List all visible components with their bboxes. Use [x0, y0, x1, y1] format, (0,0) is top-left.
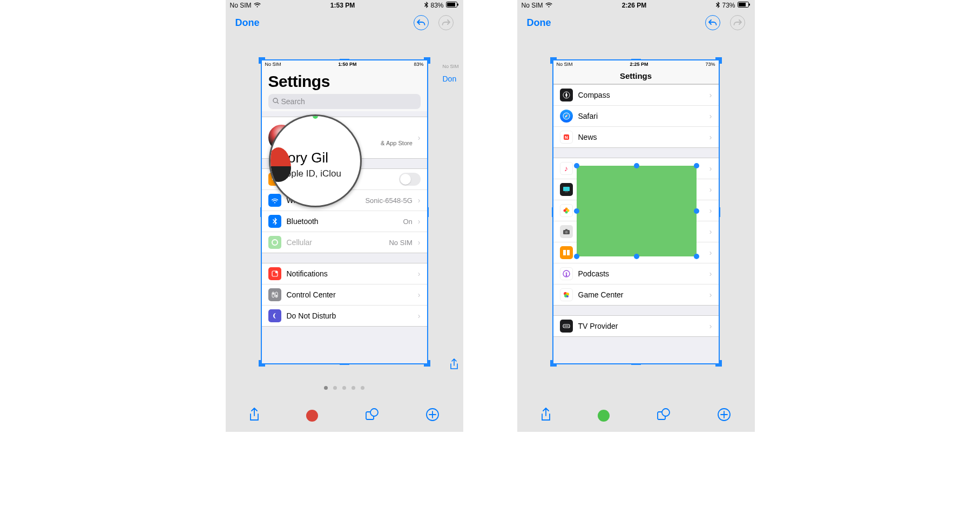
- chevron-icon: ›: [709, 290, 712, 299]
- shape-tool-button[interactable]: [657, 408, 671, 424]
- inner-battery: 83%: [414, 62, 423, 67]
- rectangle-annotation[interactable]: [577, 166, 697, 256]
- page-dot: [342, 386, 346, 390]
- bluetooth-row[interactable]: Bluetooth On ›: [262, 211, 427, 232]
- cellular-row[interactable]: Cellular No SIM ›: [262, 232, 427, 253]
- crop-frame[interactable]: No SIM 1:50 PM 83% Settings Search: [261, 59, 428, 364]
- crop-frame[interactable]: No SIM 2:25 PM 73% Settings Compass ›: [552, 59, 720, 364]
- shape-handle[interactable]: [694, 163, 699, 168]
- share-button[interactable]: [249, 408, 260, 424]
- inner-carrier: No SIM: [265, 62, 281, 67]
- compass-row[interactable]: Compass ›: [553, 85, 719, 106]
- safari-icon: [560, 110, 573, 123]
- dnd-row[interactable]: Do Not Disturb ›: [262, 306, 427, 326]
- cellular-value: No SIM: [389, 239, 412, 247]
- game-center-icon: [560, 288, 573, 301]
- apps-section-a: Compass › Safari › N News: [553, 84, 719, 148]
- battery-label: 73%: [722, 2, 735, 9]
- music-icon: ♪: [560, 162, 573, 175]
- control-center-label: Control Center: [287, 290, 413, 299]
- game-center-row[interactable]: Game Center ›: [553, 284, 719, 305]
- carrier-label: No SIM: [230, 2, 252, 9]
- settings-title: Settings: [268, 72, 421, 91]
- redo-button: [730, 15, 745, 30]
- battery-icon: [738, 2, 751, 9]
- svg-point-32: [565, 273, 567, 274]
- carrier-label: No SIM: [522, 2, 543, 9]
- wifi-icon: [268, 194, 281, 207]
- canvas-area[interactable]: No SIM 2:25 PM 73% Settings Compass ›: [517, 59, 755, 378]
- notifications-row[interactable]: Notifications ›: [262, 263, 427, 284]
- shape-handle[interactable]: [634, 254, 639, 259]
- inner-battery: 73%: [705, 62, 715, 67]
- svg-line-4: [277, 102, 279, 104]
- done-button[interactable]: Done: [235, 17, 260, 29]
- news-label: News: [578, 133, 704, 141]
- page-indicator: [226, 386, 463, 390]
- search-placeholder: Search: [281, 97, 305, 106]
- color-picker-button[interactable]: [306, 410, 318, 422]
- magnified-sub: Apple ID, iClou: [280, 168, 355, 179]
- airplane-toggle[interactable]: [399, 173, 421, 186]
- shape-tool-button[interactable]: [365, 408, 379, 424]
- chevron-icon: ›: [709, 248, 712, 257]
- game-center-label: Game Center: [578, 290, 704, 299]
- news-icon: N: [560, 131, 573, 144]
- inner-time: 1:50 PM: [338, 62, 356, 67]
- add-button[interactable]: [425, 408, 440, 424]
- shape-handle[interactable]: [634, 163, 639, 168]
- canvas-area[interactable]: No SIM Don No SIM 1:50 PM 83% Settings: [226, 59, 463, 378]
- svg-point-38: [662, 409, 670, 416]
- podcasts-row[interactable]: Podcasts ›: [553, 263, 719, 284]
- chevron-icon: ›: [709, 269, 712, 278]
- cellular-label: Cellular: [287, 238, 384, 247]
- svg-rect-15: [739, 3, 746, 6]
- done-button[interactable]: Done: [527, 17, 551, 29]
- svg-point-36: [566, 295, 569, 297]
- inner-status-bar: No SIM 1:50 PM 83%: [262, 60, 427, 68]
- chevron-icon: ›: [418, 238, 421, 247]
- shape-handle[interactable]: [574, 208, 579, 214]
- add-button[interactable]: [717, 408, 731, 424]
- share-button[interactable]: [540, 408, 551, 424]
- control-center-row[interactable]: Control Center ›: [262, 284, 427, 306]
- chevron-icon: ›: [709, 91, 712, 99]
- safari-row[interactable]: Safari ›: [553, 106, 719, 127]
- right-phone: No SIM 2:26 PM 73% Done: [517, 0, 755, 432]
- shape-handle[interactable]: [694, 254, 699, 259]
- camera-icon: [560, 225, 573, 238]
- general-section: Notifications › Control Center ›: [262, 263, 427, 327]
- ghost-carrier: No SIM: [443, 64, 463, 69]
- bluetooth-icon: [716, 2, 720, 10]
- outer-time: 1:53 PM: [330, 2, 355, 9]
- shape-handle[interactable]: [574, 163, 579, 168]
- selection-handle-top[interactable]: [313, 114, 318, 119]
- settings-header: Settings Search: [262, 68, 427, 111]
- chevron-icon: ›: [418, 269, 421, 278]
- chevron-icon: ›: [709, 227, 712, 236]
- apps-section-c: TV Provider ›: [553, 315, 719, 337]
- shape-handle[interactable]: [694, 208, 699, 214]
- search-field[interactable]: Search: [268, 94, 421, 109]
- chevron-icon: ›: [709, 133, 712, 141]
- magnifier-annotation[interactable]: Lory Gil Apple ID, iClou: [269, 114, 362, 207]
- inner-carrier: No SIM: [557, 62, 573, 67]
- shape-handle[interactable]: [574, 254, 579, 259]
- chevron-icon: ›: [418, 217, 421, 226]
- battery-icon: [446, 2, 459, 9]
- undo-button[interactable]: [705, 15, 720, 30]
- tv-provider-row[interactable]: TV Provider ›: [553, 316, 719, 336]
- dnd-icon: [268, 309, 281, 322]
- mini-share-icon[interactable]: [449, 358, 459, 372]
- chevron-icon: ›: [418, 196, 421, 205]
- inner-screenshot: No SIM 2:25 PM 73% Settings Compass ›: [553, 60, 719, 363]
- undo-button[interactable]: [414, 15, 429, 30]
- svg-point-12: [370, 409, 378, 416]
- page-dot: [324, 386, 328, 390]
- next-page-preview: No SIM Don: [443, 64, 463, 83]
- wifi-icon: [254, 2, 261, 9]
- news-row[interactable]: N News ›: [553, 127, 719, 147]
- podcasts-icon: [560, 267, 573, 280]
- color-picker-button[interactable]: [598, 410, 610, 422]
- chevron-icon: ›: [709, 322, 712, 330]
